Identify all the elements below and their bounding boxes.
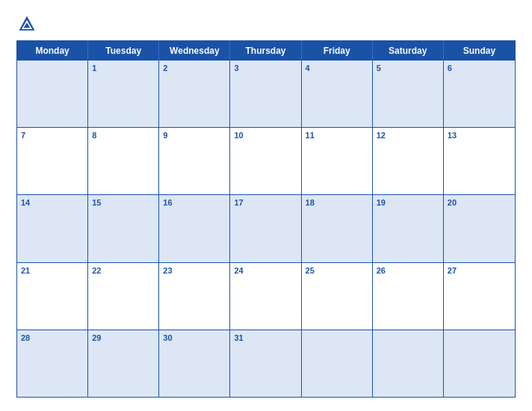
calendar-cell: 31 <box>230 330 301 397</box>
calendar-cell: 26 <box>373 263 444 330</box>
calendar-cell: 4 <box>302 61 373 127</box>
day-number: 8 <box>92 130 155 141</box>
logo-icon <box>16 13 37 34</box>
day-number: 29 <box>92 333 155 344</box>
day-number: 16 <box>163 197 226 208</box>
day-number: 24 <box>234 265 297 276</box>
calendar-cell: 29 <box>88 330 159 397</box>
calendar-cell: 14 <box>17 195 88 262</box>
header-friday: Friday <box>302 41 373 61</box>
day-number: 12 <box>377 130 439 141</box>
day-number: 9 <box>163 130 226 141</box>
header-wednesday: Wednesday <box>159 41 230 61</box>
calendar-cell: 25 <box>302 263 373 330</box>
calendar-row-5: 28293031 <box>17 330 515 397</box>
calendar-cell: 9 <box>159 128 230 194</box>
calendar-cell <box>373 330 444 397</box>
calendar-cell: 22 <box>88 263 159 330</box>
calendar-cell: 13 <box>444 128 515 194</box>
calendar-cell: 24 <box>230 263 301 330</box>
day-number: 22 <box>92 265 155 276</box>
logo <box>16 13 40 34</box>
calendar-cell: 15 <box>88 195 159 262</box>
calendar-cell: 2 <box>159 61 230 127</box>
day-number: 21 <box>21 265 84 276</box>
day-number: 10 <box>234 130 297 141</box>
calendar-cell: 27 <box>444 263 515 330</box>
calendar-cell: 17 <box>230 195 301 262</box>
calendar: Monday Tuesday Wednesday Thursday Friday… <box>16 40 516 398</box>
calendar-cell: 1 <box>88 61 159 127</box>
day-number: 18 <box>306 197 368 208</box>
calendar-cell <box>17 61 88 127</box>
calendar-cell: 18 <box>302 195 373 262</box>
calendar-cell: 5 <box>373 61 444 127</box>
day-number: 15 <box>92 197 155 208</box>
day-number: 23 <box>163 265 226 276</box>
day-number: 17 <box>234 197 297 208</box>
header-thursday: Thursday <box>230 41 301 61</box>
day-number: 1 <box>92 63 155 74</box>
day-number: 6 <box>448 63 511 74</box>
calendar-cell: 6 <box>444 61 515 127</box>
calendar-body: 1234567891011121314151617181920212223242… <box>17 61 515 397</box>
day-number: 4 <box>306 63 368 74</box>
calendar-cell: 16 <box>159 195 230 262</box>
day-number: 28 <box>21 333 84 344</box>
calendar-cell: 7 <box>17 128 88 194</box>
calendar-row-1: 123456 <box>17 61 515 127</box>
day-number: 20 <box>448 197 511 208</box>
day-number: 13 <box>448 130 511 141</box>
day-number: 27 <box>448 265 511 276</box>
day-number: 11 <box>306 130 368 141</box>
calendar-cell: 28 <box>17 330 88 397</box>
header-sunday: Sunday <box>444 41 515 61</box>
day-number: 26 <box>377 265 439 276</box>
calendar-row-4: 21222324252627 <box>17 262 515 330</box>
day-number: 2 <box>163 63 226 74</box>
calendar-row-2: 78910111213 <box>17 127 515 194</box>
header-saturday: Saturday <box>373 41 444 61</box>
calendar-cell: 12 <box>373 128 444 194</box>
day-number: 3 <box>234 63 297 74</box>
header-monday: Monday <box>17 41 88 61</box>
day-number: 19 <box>377 197 439 208</box>
calendar-cell: 11 <box>302 128 373 194</box>
calendar-cell: 21 <box>17 263 88 330</box>
calendar-cell <box>444 330 515 397</box>
day-number: 7 <box>21 130 84 141</box>
calendar-cell: 3 <box>230 61 301 127</box>
day-number: 25 <box>306 265 368 276</box>
top-bar <box>16 13 516 34</box>
day-number: 14 <box>21 197 84 208</box>
calendar-cell: 8 <box>88 128 159 194</box>
calendar-cell: 10 <box>230 128 301 194</box>
page: Monday Tuesday Wednesday Thursday Friday… <box>0 0 532 411</box>
day-number: 30 <box>163 333 226 344</box>
day-number: 5 <box>377 63 439 74</box>
calendar-cell: 30 <box>159 330 230 397</box>
calendar-cell: 20 <box>444 195 515 262</box>
calendar-cell <box>302 330 373 397</box>
calendar-header: Monday Tuesday Wednesday Thursday Friday… <box>17 41 515 61</box>
calendar-row-3: 14151617181920 <box>17 194 515 262</box>
day-number: 31 <box>234 333 297 344</box>
calendar-cell: 19 <box>373 195 444 262</box>
header-tuesday: Tuesday <box>88 41 159 61</box>
calendar-cell: 23 <box>159 263 230 330</box>
